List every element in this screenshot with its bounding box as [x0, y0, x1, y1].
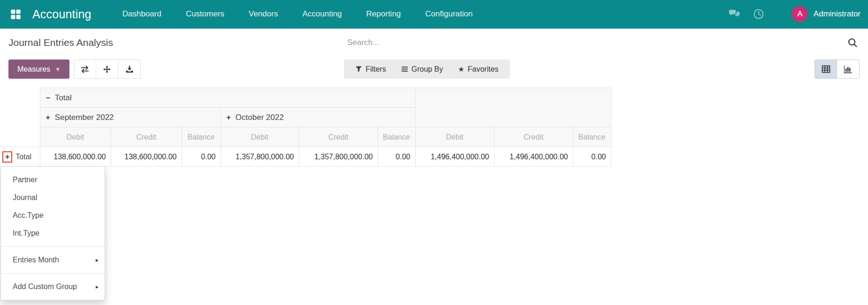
control-panel: Journal Entries Analysis — [0, 29, 868, 57]
measure-header-credit[interactable]: Credit — [111, 127, 182, 147]
navbar-right: A Administrator — [728, 6, 860, 22]
measure-header-debit[interactable]: Debit — [221, 127, 299, 147]
nav-item-reporting[interactable]: Reporting — [366, 9, 401, 19]
cell-september-balance[interactable]: 0.00 — [182, 147, 221, 167]
filters-button[interactable]: Filters — [348, 60, 394, 79]
caret-down-icon: ▼ — [55, 66, 61, 73]
menu-divider — [1, 273, 105, 274]
measure-header-debit[interactable]: Debit — [415, 127, 494, 147]
expand-row-icon-highlighted[interactable]: + — [2, 151, 12, 163]
cell-total-credit[interactable]: 1,496,400,000.00 — [494, 147, 573, 167]
flip-axis-button[interactable] — [74, 60, 96, 78]
measure-header-credit[interactable]: Credit — [494, 127, 573, 147]
bar-chart-icon — [843, 64, 853, 74]
user-name: Administrator — [814, 9, 860, 19]
activity-clock-icon[interactable] — [753, 8, 765, 20]
nav-item-configuration[interactable]: Configuration — [425, 9, 472, 19]
cell-october-credit[interactable]: 1,357,800,000.00 — [299, 147, 378, 167]
favorites-button[interactable]: ★ Favorites — [450, 60, 506, 79]
measure-header-credit[interactable]: Credit — [299, 127, 378, 147]
menu-item-entries-month[interactable]: Entries Month ▸ — [1, 251, 105, 269]
page-title: Journal Entries Analysis — [8, 37, 347, 48]
app-title[interactable]: Accounting — [32, 7, 91, 21]
group-by-button[interactable]: Group By — [394, 60, 451, 79]
menu-item-add-custom-group[interactable]: Add Custom Group ▸ — [1, 278, 105, 296]
collapse-icon[interactable]: − — [46, 94, 50, 102]
measure-header-balance[interactable]: Balance — [378, 127, 415, 147]
cell-october-debit[interactable]: 1,357,800,000.00 — [221, 147, 299, 167]
pivot-view-button[interactable] — [815, 60, 837, 78]
submenu-arrow-icon: ▸ — [96, 251, 99, 269]
measure-header-debit[interactable]: Debit — [40, 127, 111, 147]
nav-item-vendors[interactable]: Vendors — [249, 9, 278, 19]
measures-button[interactable]: Measures ▼ — [8, 60, 69, 79]
user-avatar: A — [792, 6, 808, 22]
group-by-menu: Partner Journal Acc.Type Int.Type Entrie… — [0, 166, 105, 300]
apps-grid-icon[interactable] — [9, 8, 22, 21]
flip-axis-icon — [80, 65, 90, 74]
pivot-column-group-september[interactable]: +September 2022 — [40, 108, 221, 127]
menu-divider — [1, 246, 105, 247]
group-by-bars-icon — [401, 66, 408, 73]
pivot-table: −Total +September 2022 +October 2022 Deb… — [0, 88, 611, 167]
cell-september-debit[interactable]: 138,600,000.00 — [40, 147, 111, 167]
menu-item-int-type[interactable]: Int.Type — [1, 224, 105, 242]
pivot-action-buttons — [74, 60, 141, 79]
search-icon — [847, 37, 858, 48]
measure-header-balance[interactable]: Balance — [573, 127, 611, 147]
messages-icon[interactable] — [728, 8, 740, 20]
cell-september-credit[interactable]: 138,600,000.00 — [111, 147, 182, 167]
download-button[interactable] — [118, 60, 140, 78]
submenu-arrow-icon: ▸ — [96, 278, 99, 296]
filter-funnel-icon — [355, 66, 362, 73]
download-icon — [125, 65, 134, 74]
expand-all-icon — [102, 65, 112, 74]
pivot-corner-cell — [0, 108, 40, 127]
pivot-corner-cell — [0, 127, 40, 147]
cell-october-balance[interactable]: 0.00 — [378, 147, 415, 167]
cell-total-balance[interactable]: 0.00 — [573, 147, 611, 167]
view-switcher — [815, 60, 860, 79]
pivot-table-icon — [821, 64, 831, 74]
expand-icon[interactable]: + — [46, 113, 50, 121]
cell-total-debit[interactable]: 1,496,400,000.00 — [415, 147, 494, 167]
nav-item-customers[interactable]: Customers — [186, 9, 224, 19]
top-navbar: Accounting Dashboard Customers Vendors A… — [0, 0, 868, 29]
expand-all-button[interactable] — [96, 60, 118, 78]
star-icon: ★ — [458, 66, 464, 73]
search-options-bar: Filters Group By ★ Favorites — [344, 60, 510, 79]
search-button[interactable] — [845, 36, 860, 50]
menu-item-partner[interactable]: Partner — [1, 171, 105, 189]
menu-item-acc-type[interactable]: Acc.Type — [1, 207, 105, 224]
pivot-column-group-october[interactable]: +October 2022 — [221, 108, 415, 127]
menu-item-journal[interactable]: Journal — [1, 189, 105, 207]
pivot-column-total-header[interactable]: −Total — [40, 88, 415, 108]
chart-view-button[interactable] — [837, 60, 859, 78]
row-header-total[interactable]: +Total — [0, 147, 40, 167]
nav-item-accounting[interactable]: Accounting — [302, 9, 342, 19]
user-menu[interactable]: A Administrator — [792, 6, 860, 22]
pivot-empty-header-cell — [415, 88, 611, 127]
search-bar — [347, 36, 860, 50]
pivot-toolbar: Measures ▼ Filters — [0, 57, 868, 79]
measure-header-balance[interactable]: Balance — [182, 127, 221, 147]
search-input[interactable] — [347, 38, 845, 47]
pivot-corner-cell — [0, 88, 40, 108]
nav-item-dashboard[interactable]: Dashboard — [122, 9, 161, 19]
expand-icon[interactable]: + — [227, 113, 231, 121]
pivot-total-row: +Total 138,600,000.00 138,600,000.00 0.0… — [0, 147, 611, 167]
main-menu: Dashboard Customers Vendors Accounting R… — [122, 9, 473, 19]
